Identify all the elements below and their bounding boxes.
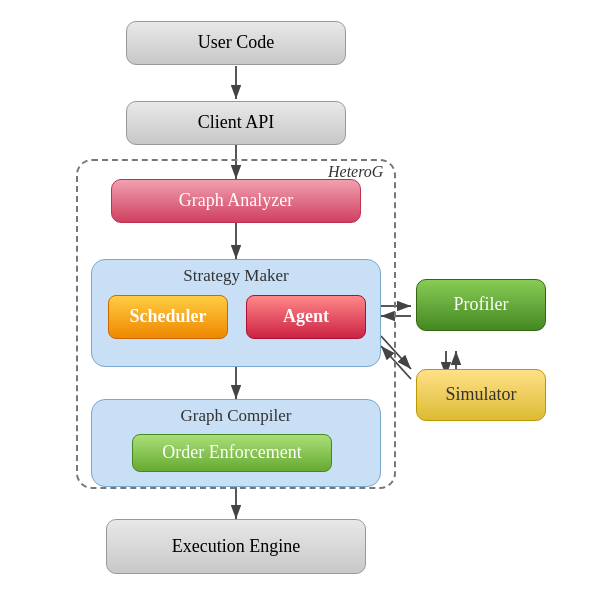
strategy-maker-container: Strategy Maker Scheduler Agent — [91, 259, 381, 367]
agent-label: Agent — [283, 306, 329, 327]
strategy-maker-label: Strategy Maker — [92, 266, 380, 286]
graph-analyzer-box: Graph Analyzer — [111, 179, 361, 223]
order-enforcement-box: Order Enforcement — [132, 434, 332, 472]
simulator-label: Simulator — [446, 384, 517, 405]
scheduler-label: Scheduler — [129, 306, 206, 327]
user-code-label: User Code — [198, 32, 274, 53]
simulator-box: Simulator — [416, 369, 546, 421]
graph-compiler-label: Graph Compiler — [92, 406, 380, 426]
scheduler-box: Scheduler — [108, 295, 228, 339]
profiler-box: Profiler — [416, 279, 546, 331]
execution-engine-box: Execution Engine — [106, 519, 366, 574]
order-enforcement-label: Order Enforcement — [162, 442, 301, 463]
execution-engine-label: Execution Engine — [172, 536, 300, 557]
user-code-box: User Code — [126, 21, 346, 65]
client-api-label: Client API — [198, 112, 275, 133]
graph-compiler-container: Graph Compiler Order Enforcement — [91, 399, 381, 487]
heterog-label: HeteroG — [328, 163, 383, 181]
graph-analyzer-label: Graph Analyzer — [179, 190, 293, 211]
client-api-box: Client API — [126, 101, 346, 145]
profiler-label: Profiler — [454, 294, 509, 315]
diagram: User Code Client API HeteroG Graph Analy… — [16, 11, 576, 601]
agent-box: Agent — [246, 295, 366, 339]
